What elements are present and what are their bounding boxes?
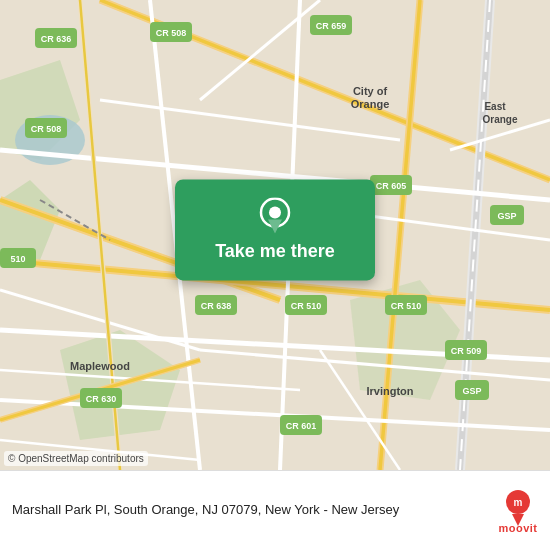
- svg-text:CR 510: CR 510: [291, 301, 322, 311]
- svg-text:CR 605: CR 605: [376, 181, 407, 191]
- svg-text:City of: City of: [353, 85, 388, 97]
- svg-text:m: m: [514, 497, 523, 508]
- location-pin-icon: [257, 197, 293, 233]
- moovit-brand-text: moovit: [498, 522, 537, 534]
- svg-text:CR 601: CR 601: [286, 421, 317, 431]
- take-me-there-button[interactable]: Take me there: [175, 179, 375, 280]
- svg-text:CR 659: CR 659: [316, 21, 347, 31]
- svg-text:Orange: Orange: [482, 114, 517, 125]
- button-overlay: Take me there: [175, 179, 375, 280]
- svg-text:GSP: GSP: [462, 386, 481, 396]
- address-text: Marshall Park Pl, South Orange, NJ 07079…: [12, 501, 488, 519]
- svg-text:East: East: [484, 101, 506, 112]
- bottom-bar: Marshall Park Pl, South Orange, NJ 07079…: [0, 470, 550, 550]
- svg-text:Orange: Orange: [351, 98, 390, 110]
- attribution-text: © OpenStreetMap contributors: [8, 453, 144, 464]
- map-container: CR 636 CR 508 CR 659 CR 508 510 CR 605 C…: [0, 0, 550, 470]
- svg-text:Maplewood: Maplewood: [70, 360, 130, 372]
- svg-text:CR 508: CR 508: [156, 28, 187, 38]
- svg-text:CR 636: CR 636: [41, 34, 72, 44]
- svg-text:CR 638: CR 638: [201, 301, 232, 311]
- svg-text:CR 630: CR 630: [86, 394, 117, 404]
- moovit-logo: m moovit: [498, 488, 538, 534]
- svg-text:CR 508: CR 508: [31, 124, 62, 134]
- map-attribution: © OpenStreetMap contributors: [4, 451, 148, 466]
- svg-point-71: [269, 206, 281, 218]
- button-label: Take me there: [215, 241, 335, 262]
- svg-text:CR 509: CR 509: [451, 346, 482, 356]
- svg-text:510: 510: [10, 254, 25, 264]
- svg-text:GSP: GSP: [497, 211, 516, 221]
- svg-text:CR 510: CR 510: [391, 301, 422, 311]
- svg-text:Irvington: Irvington: [366, 385, 413, 397]
